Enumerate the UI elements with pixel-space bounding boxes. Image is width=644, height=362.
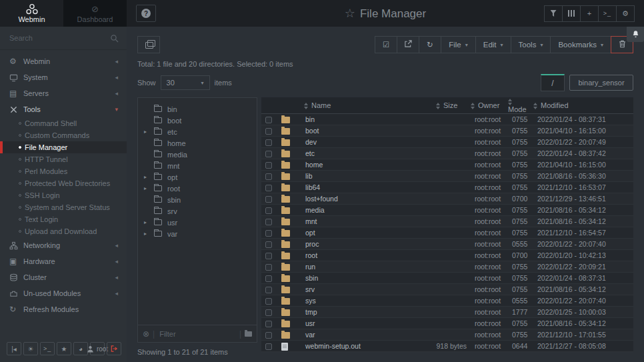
edit-menu-button[interactable]: Edit▾: [475, 36, 511, 53]
sidebar-item-ssh-login[interactable]: SSH Login: [0, 189, 127, 201]
table-row[interactable]: tmp root:root 1777 2022/01/25 - 10:00:03: [261, 307, 633, 318]
column-header-owner[interactable]: Owner: [471, 97, 508, 114]
table-row[interactable]: lib root:root 0755 2021/08/16 - 05:36:30: [261, 171, 633, 182]
row-checkbox[interactable]: [265, 139, 272, 146]
expander-icon[interactable]: ▸: [144, 185, 152, 191]
row-checkbox[interactable]: [265, 162, 272, 169]
row-checkbox[interactable]: [265, 230, 272, 237]
sidebar-item-system[interactable]: System ◂: [0, 69, 127, 85]
cell-name[interactable]: webmin-setup.out: [297, 341, 436, 352]
table-row[interactable]: sbin root:root 0755 2022/01/24 - 08:37:3…: [261, 273, 633, 284]
expander-icon[interactable]: ▸: [144, 219, 152, 225]
sidebar-item-tools[interactable]: Tools ▾: [0, 101, 127, 117]
settings-button[interactable]: ⚙: [616, 5, 635, 22]
cell-name[interactable]: lost+found: [297, 193, 436, 205]
table-row[interactable]: proc root:root 0555 2022/01/22 - 20:07:4…: [261, 239, 633, 250]
sidebar-item-hardware[interactable]: ▣ Hardware ◂: [0, 253, 127, 269]
row-checkbox[interactable]: [265, 253, 272, 259]
cell-name[interactable]: home: [297, 159, 436, 171]
cell-name[interactable]: boot: [297, 125, 436, 137]
help-button[interactable]: ?: [136, 5, 156, 22]
favorites-button[interactable]: ★: [57, 342, 71, 355]
tree-item[interactable]: media: [138, 149, 257, 160]
file-menu-button[interactable]: File▾: [441, 36, 476, 53]
cell-name[interactable]: usr: [297, 318, 436, 329]
row-checkbox[interactable]: [265, 128, 272, 135]
row-checkbox[interactable]: [265, 298, 272, 305]
sidebar-item-networking[interactable]: Networking ◂: [0, 237, 127, 253]
row-checkbox[interactable]: [265, 309, 272, 316]
row-checkbox[interactable]: [265, 173, 272, 180]
row-checkbox[interactable]: [265, 321, 272, 327]
language-button[interactable]: ◕: [73, 342, 88, 355]
tree-item[interactable]: ▸ opt: [138, 171, 257, 183]
cell-name[interactable]: run: [297, 261, 436, 273]
sidebar-item-servers[interactable]: ▤ Servers ◂: [0, 85, 127, 101]
sidebar-item-upload-and-download[interactable]: Upload and Download: [0, 225, 127, 237]
collapse-sidebar-button[interactable]: |◂: [7, 342, 21, 355]
shell-button[interactable]: >_: [40, 342, 55, 355]
logout-button[interactable]: [107, 342, 121, 355]
bookmarks-menu-button[interactable]: Bookmarks▾: [550, 36, 611, 53]
table-row[interactable]: lost+found root:root 0700 2021/12/29 - 1…: [261, 193, 633, 205]
sidebar-item-http-tunnel[interactable]: HTTP Tunnel: [0, 153, 127, 165]
column-header-modified[interactable]: Modified: [533, 97, 633, 114]
folder-icon[interactable]: [245, 331, 252, 337]
path-search-input[interactable]: [569, 75, 633, 91]
cell-name[interactable]: sys: [297, 295, 436, 307]
row-checkbox[interactable]: [265, 196, 272, 203]
column-header-mode[interactable]: Mode: [508, 97, 533, 114]
filter-button[interactable]: [544, 5, 563, 22]
table-row[interactable]: boot root:root 0755 2021/04/10 - 16:15:0…: [261, 125, 633, 137]
cell-name[interactable]: var: [297, 329, 436, 341]
table-row[interactable]: bin root:root 0755 2022/01/24 - 08:37:31: [261, 114, 633, 125]
favorite-star-icon[interactable]: ☆: [345, 7, 355, 20]
columns-button[interactable]: [562, 5, 581, 22]
copy-path-button[interactable]: [137, 36, 160, 53]
table-row[interactable]: usr root:root 0755 2021/08/16 - 05:34:12: [261, 318, 633, 329]
terminal-button[interactable]: >_: [598, 5, 617, 22]
cell-name[interactable]: lib: [297, 171, 436, 182]
row-checkbox[interactable]: [265, 241, 272, 248]
table-row[interactable]: srv root:root 0755 2021/08/16 - 05:34:12: [261, 284, 633, 295]
cell-name[interactable]: root: [297, 250, 436, 261]
row-checkbox[interactable]: [265, 219, 272, 225]
cell-name[interactable]: mnt: [297, 216, 436, 227]
table-row[interactable]: lib64 root:root 0755 2021/12/10 - 16:53:…: [261, 182, 633, 193]
table-row[interactable]: var root:root 0755 2021/12/10 - 17:01:55: [261, 329, 633, 341]
tree-filter-input[interactable]: [158, 329, 236, 339]
sidebar-item-unused-modules[interactable]: Un-used Modules ◂: [0, 285, 127, 301]
row-checkbox[interactable]: [265, 207, 272, 214]
table-row[interactable]: home root:root 0755 2021/04/10 - 16:15:0…: [261, 159, 633, 171]
tree-item[interactable]: srv: [138, 205, 257, 217]
column-header-size[interactable]: Size: [436, 97, 471, 114]
clear-filter-icon[interactable]: ⊗: [143, 329, 149, 339]
row-checkbox[interactable]: [265, 275, 272, 282]
table-row[interactable]: webmin-setup.out 918 bytes root:root 064…: [261, 341, 633, 352]
expander-icon[interactable]: ▸: [144, 231, 152, 237]
tree-item[interactable]: boot: [138, 115, 257, 126]
row-checkbox[interactable]: [265, 117, 272, 123]
tree-item[interactable]: ▸ var: [138, 228, 257, 239]
sidebar-item-perl-modules[interactable]: Perl Modules: [0, 165, 127, 177]
sidebar-item-protected-web-directories[interactable]: Protected Web Directories: [0, 177, 127, 189]
export-button[interactable]: [397, 36, 419, 53]
cell-name[interactable]: sbin: [297, 273, 436, 284]
cell-name[interactable]: opt: [297, 227, 436, 239]
row-checkbox[interactable]: [265, 151, 272, 157]
row-checkbox[interactable]: [265, 185, 272, 191]
table-row[interactable]: sys root:root 0555 2022/01/22 - 20:07:40: [261, 295, 633, 307]
select-all-button[interactable]: ☑: [375, 36, 397, 53]
cell-name[interactable]: bin: [297, 114, 436, 125]
row-checkbox[interactable]: [265, 264, 272, 271]
table-row[interactable]: etc root:root 0755 2022/01/24 - 08:37:42: [261, 148, 633, 159]
sidebar-item-text-login[interactable]: Text Login: [0, 213, 127, 225]
theme-button[interactable]: ☀: [23, 342, 38, 355]
row-checkbox[interactable]: [265, 343, 272, 350]
table-row[interactable]: root root:root 0700 2022/01/20 - 10:42:1…: [261, 250, 633, 261]
sidebar-item-command-shell[interactable]: Command Shell: [0, 117, 127, 129]
refresh-button[interactable]: ↻: [419, 36, 441, 53]
tab-dashboard[interactable]: ⊘ Dashboard: [63, 0, 127, 27]
add-button[interactable]: +: [580, 5, 599, 22]
cell-name[interactable]: tmp: [297, 307, 436, 318]
